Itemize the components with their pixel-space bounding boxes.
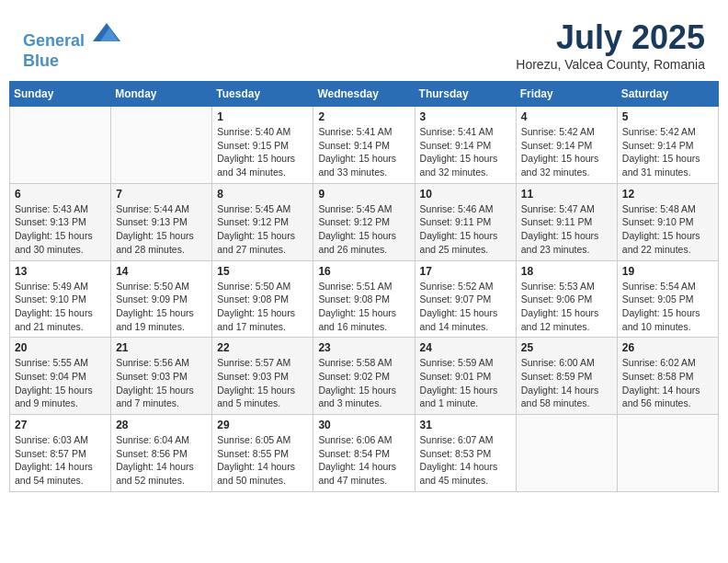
day-info: Sunrise: 6:02 AM Sunset: 8:58 PM Dayligh… [622,356,713,410]
calendar-day-cell: 10Sunrise: 5:46 AM Sunset: 9:11 PM Dayli… [415,183,516,260]
calendar-day-cell [111,107,212,184]
day-number: 11 [521,188,612,201]
day-info: Sunrise: 5:58 AM Sunset: 9:02 PM Dayligh… [318,356,409,410]
title-block: July 2025 Horezu, Valcea County, Romania [516,18,705,72]
day-number: 28 [116,419,207,431]
day-number: 1 [217,110,308,123]
calendar-header-row: SundayMondayTuesdayWednesdayThursdayFrid… [10,82,719,107]
calendar-day-cell: 5Sunrise: 5:42 AM Sunset: 9:14 PM Daylig… [617,107,718,184]
day-info: Sunrise: 5:56 AM Sunset: 9:03 PM Dayligh… [116,356,207,410]
day-number: 18 [521,265,612,278]
calendar-day-cell: 13Sunrise: 5:49 AM Sunset: 9:10 PM Dayli… [10,260,111,338]
location: Horezu, Valcea County, Romania [516,57,705,72]
day-info: Sunrise: 5:53 AM Sunset: 9:06 PM Dayligh… [521,280,612,334]
calendar-day-cell: 23Sunrise: 5:58 AM Sunset: 9:02 PM Dayli… [313,338,415,415]
calendar-day-cell: 29Sunrise: 6:05 AM Sunset: 8:55 PM Dayli… [212,415,313,492]
day-number: 25 [521,341,612,354]
day-info: Sunrise: 5:44 AM Sunset: 9:13 PM Dayligh… [116,202,207,257]
day-info: Sunrise: 5:45 AM Sunset: 9:12 PM Dayligh… [318,202,409,257]
day-info: Sunrise: 6:06 AM Sunset: 8:54 PM Dayligh… [318,433,409,488]
calendar-day-cell: 30Sunrise: 6:06 AM Sunset: 8:54 PM Dayli… [313,415,415,492]
calendar-day-cell: 1Sunrise: 5:40 AM Sunset: 9:15 PM Daylig… [212,107,313,184]
day-info: Sunrise: 6:07 AM Sunset: 8:53 PM Dayligh… [420,433,511,488]
day-info: Sunrise: 5:55 AM Sunset: 9:04 PM Dayligh… [15,356,106,410]
day-info: Sunrise: 5:47 AM Sunset: 9:11 PM Dayligh… [521,202,612,257]
calendar-day-cell [617,415,718,492]
day-info: Sunrise: 5:57 AM Sunset: 9:03 PM Dayligh… [217,356,308,410]
day-number: 12 [622,188,713,201]
calendar-week-row: 20Sunrise: 5:55 AM Sunset: 9:04 PM Dayli… [10,338,719,415]
day-number: 3 [420,110,511,123]
day-info: Sunrise: 5:51 AM Sunset: 9:08 PM Dayligh… [318,280,409,334]
calendar-day-cell: 22Sunrise: 5:57 AM Sunset: 9:03 PM Dayli… [212,338,313,415]
logo-text: General [23,18,120,52]
calendar-day-cell: 26Sunrise: 6:02 AM Sunset: 8:58 PM Dayli… [617,338,718,415]
day-info: Sunrise: 5:50 AM Sunset: 9:08 PM Dayligh… [217,280,308,334]
day-info: Sunrise: 5:59 AM Sunset: 9:01 PM Dayligh… [420,356,511,410]
day-info: Sunrise: 5:41 AM Sunset: 9:14 PM Dayligh… [420,125,511,179]
logo: General Blue [23,18,120,71]
calendar-day-cell: 9Sunrise: 5:45 AM Sunset: 9:12 PM Daylig… [313,183,415,260]
day-number: 19 [622,265,713,278]
day-number: 21 [116,341,207,354]
calendar-day-cell: 8Sunrise: 5:45 AM Sunset: 9:12 PM Daylig… [212,183,313,260]
calendar-table: SundayMondayTuesdayWednesdayThursdayFrid… [9,81,719,492]
weekday-header: Wednesday [313,82,415,107]
day-number: 6 [15,188,106,201]
day-number: 2 [318,110,409,123]
day-info: Sunrise: 5:42 AM Sunset: 9:14 PM Dayligh… [622,125,713,179]
calendar-day-cell: 16Sunrise: 5:51 AM Sunset: 9:08 PM Dayli… [313,260,415,338]
day-number: 17 [420,265,511,278]
day-info: Sunrise: 5:49 AM Sunset: 9:10 PM Dayligh… [15,280,106,334]
calendar-week-row: 1Sunrise: 5:40 AM Sunset: 9:15 PM Daylig… [10,107,719,184]
day-number: 8 [217,188,308,201]
calendar-day-cell: 27Sunrise: 6:03 AM Sunset: 8:57 PM Dayli… [10,415,111,492]
day-info: Sunrise: 5:40 AM Sunset: 9:15 PM Dayligh… [217,125,308,179]
weekday-header: Friday [516,82,617,107]
day-number: 5 [622,110,713,123]
day-info: Sunrise: 5:45 AM Sunset: 9:12 PM Dayligh… [217,202,308,257]
day-info: Sunrise: 5:52 AM Sunset: 9:07 PM Dayligh… [420,280,511,334]
day-info: Sunrise: 5:42 AM Sunset: 9:14 PM Dayligh… [521,125,612,179]
day-info: Sunrise: 5:46 AM Sunset: 9:11 PM Dayligh… [420,202,511,257]
day-number: 13 [15,265,106,278]
day-info: Sunrise: 6:05 AM Sunset: 8:55 PM Dayligh… [217,433,308,488]
calendar-day-cell: 2Sunrise: 5:41 AM Sunset: 9:14 PM Daylig… [313,107,415,184]
page-header: General Blue July 2025 Horezu, Valcea Co… [9,9,719,76]
calendar-day-cell: 31Sunrise: 6:07 AM Sunset: 8:53 PM Dayli… [415,415,516,492]
day-number: 23 [318,341,409,354]
calendar-day-cell: 24Sunrise: 5:59 AM Sunset: 9:01 PM Dayli… [415,338,516,415]
calendar-day-cell [10,107,111,184]
weekday-header: Sunday [10,82,111,107]
logo-blue: Blue [23,52,120,72]
month-year: July 2025 [516,18,705,57]
calendar-day-cell: 14Sunrise: 5:50 AM Sunset: 9:09 PM Dayli… [111,260,212,338]
day-number: 22 [217,341,308,354]
calendar-day-cell: 11Sunrise: 5:47 AM Sunset: 9:11 PM Dayli… [516,183,617,260]
day-number: 14 [116,265,207,278]
day-number: 9 [318,188,409,201]
day-number: 29 [217,419,308,431]
calendar-week-row: 6Sunrise: 5:43 AM Sunset: 9:13 PM Daylig… [10,183,719,260]
day-info: Sunrise: 5:41 AM Sunset: 9:14 PM Dayligh… [318,125,409,179]
weekday-header: Monday [111,82,212,107]
day-info: Sunrise: 5:43 AM Sunset: 9:13 PM Dayligh… [15,202,106,257]
day-info: Sunrise: 6:04 AM Sunset: 8:56 PM Dayligh… [116,433,207,488]
day-number: 31 [420,419,511,431]
calendar-day-cell: 12Sunrise: 5:48 AM Sunset: 9:10 PM Dayli… [617,183,718,260]
calendar-day-cell: 4Sunrise: 5:42 AM Sunset: 9:14 PM Daylig… [516,107,617,184]
calendar-day-cell: 17Sunrise: 5:52 AM Sunset: 9:07 PM Dayli… [415,260,516,338]
day-number: 27 [15,419,106,431]
day-number: 20 [15,341,106,354]
calendar-day-cell [516,415,617,492]
day-number: 4 [521,110,612,123]
weekday-header: Thursday [415,82,516,107]
day-number: 26 [622,341,713,354]
calendar-day-cell: 18Sunrise: 5:53 AM Sunset: 9:06 PM Dayli… [516,260,617,338]
calendar-day-cell: 3Sunrise: 5:41 AM Sunset: 9:14 PM Daylig… [415,107,516,184]
calendar-day-cell: 25Sunrise: 6:00 AM Sunset: 8:59 PM Dayli… [516,338,617,415]
calendar-week-row: 13Sunrise: 5:49 AM Sunset: 9:10 PM Dayli… [10,260,719,338]
day-info: Sunrise: 6:00 AM Sunset: 8:59 PM Dayligh… [521,356,612,410]
day-number: 10 [420,188,511,201]
logo-icon [93,18,120,46]
